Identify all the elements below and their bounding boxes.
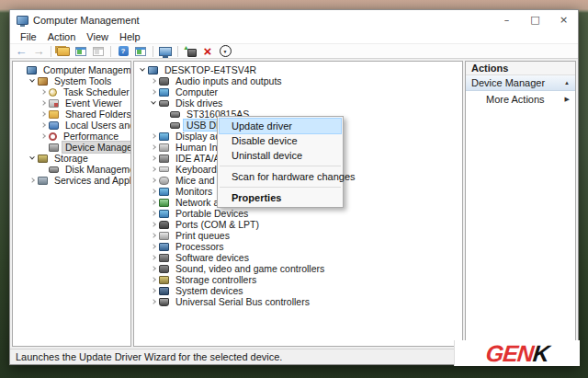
console-tree-item-system-tools[interactable]: System Tools xyxy=(13,75,130,86)
menu-file[interactable]: File xyxy=(15,31,42,42)
chevron-expanded-icon[interactable] xyxy=(29,77,35,83)
collapse-arrow-icon[interactable]: ▲ xyxy=(564,80,570,86)
tree-item-label: Print queues xyxy=(173,230,232,241)
tree-item-label: Sound, video and game controllers xyxy=(173,263,327,274)
forward-arrow-icon[interactable] xyxy=(31,45,46,58)
menu-item-uninstall-device[interactable]: Uninstall device xyxy=(220,148,341,163)
menu-item-update-driver[interactable]: Update driver xyxy=(220,119,341,133)
console-tree-item-local-users-and-groups[interactable]: Local Users and Groups xyxy=(13,120,130,131)
chevron-collapsed-icon[interactable] xyxy=(40,111,46,117)
device-tree-item-sound-video-and-game-controllers[interactable]: Sound, video and game controllers xyxy=(134,263,462,274)
minimize-button[interactable]: – xyxy=(492,10,521,29)
update-driver-icon[interactable] xyxy=(183,45,198,58)
device-tree-item-computer[interactable]: Computer xyxy=(134,86,462,97)
speaker-icon xyxy=(159,77,169,86)
chevron-collapsed-icon[interactable] xyxy=(29,178,35,183)
chevron-expanded-icon[interactable] xyxy=(140,66,145,72)
menu-item-properties[interactable]: Properties xyxy=(220,190,341,205)
device-tree-item-universal-serial-bus-controllers[interactable]: Universal Serial Bus controllers xyxy=(134,296,462,307)
menu-item-scan-for-hardware-changes[interactable]: Scan for hardware changes xyxy=(220,169,341,184)
chevron-collapsed-icon[interactable] xyxy=(151,211,156,216)
console-tree-item-computer-management-local[interactable]: Computer Management (Local) xyxy=(13,64,130,75)
system-icon xyxy=(159,287,169,295)
tree-item-label: Shared Folders xyxy=(62,109,131,120)
chevron-slot xyxy=(148,245,158,248)
console-tree-item-event-viewer[interactable]: Event Viewer xyxy=(13,97,130,109)
chevron-collapsed-icon[interactable] xyxy=(151,178,156,183)
close-button[interactable]: × xyxy=(549,10,578,29)
remote-computer-icon[interactable] xyxy=(158,45,173,58)
chevron-collapsed-icon[interactable] xyxy=(151,277,156,282)
event-icon xyxy=(49,99,59,108)
menu-action[interactable]: Action xyxy=(42,31,82,42)
chevron-collapsed-icon[interactable] xyxy=(151,89,156,95)
device-tree-item-system-devices[interactable]: System devices xyxy=(134,285,462,296)
chevron-collapsed-icon[interactable] xyxy=(151,288,156,293)
keyboard-icon xyxy=(159,166,169,172)
back-arrow-icon[interactable] xyxy=(14,45,28,58)
chevron-collapsed-icon[interactable] xyxy=(151,144,156,150)
help-icon[interactable] xyxy=(116,45,130,58)
device-tree-item-portable-devices[interactable]: Portable Devices xyxy=(134,208,462,219)
chevron-slot xyxy=(148,234,158,237)
export-folder-icon[interactable] xyxy=(56,45,71,58)
console-tree-item-storage[interactable]: Storage xyxy=(13,153,130,164)
device-tree-item-software-devices[interactable]: Software devices xyxy=(134,252,462,263)
chevron-collapsed-icon[interactable] xyxy=(151,244,156,249)
device-tree-item-print-queues[interactable]: Print queues xyxy=(134,230,462,241)
chevron-collapsed-icon[interactable] xyxy=(151,189,156,194)
console-tree-item-services-and-applications[interactable]: Services and Applications xyxy=(13,175,130,186)
console-tree-item-shared-folders[interactable]: Shared Folders xyxy=(13,109,130,120)
maximize-button[interactable]: □ xyxy=(521,10,549,29)
chevron-slot xyxy=(38,101,48,105)
device-tree-item-desktop-e4tsv4r[interactable]: DESKTOP-E4TSV4R xyxy=(134,64,462,75)
tree-item-label: Device Manager xyxy=(62,142,131,153)
chevron-expanded-icon[interactable] xyxy=(29,155,35,160)
chevron-slot xyxy=(148,145,158,149)
chevron-collapsed-icon[interactable] xyxy=(151,299,156,304)
menu-help[interactable]: Help xyxy=(114,31,146,42)
disable-device-icon[interactable] xyxy=(218,45,232,58)
chevron-collapsed-icon[interactable] xyxy=(40,122,46,128)
window-title: Computer Management xyxy=(33,15,140,26)
chevron-collapsed-icon[interactable] xyxy=(151,255,156,260)
chevron-collapsed-icon[interactable] xyxy=(40,89,46,95)
chevron-expanded-icon[interactable] xyxy=(151,99,156,105)
disk-icon xyxy=(159,100,169,107)
device-tree-item-ports-com-lpt[interactable]: Ports (COM & LPT) xyxy=(134,219,462,230)
chevron-collapsed-icon[interactable] xyxy=(40,133,46,139)
status-text: Launches the Update Driver Wizard for th… xyxy=(16,351,282,362)
menu-view[interactable]: View xyxy=(81,31,114,42)
toolbar xyxy=(10,43,578,59)
chevron-collapsed-icon[interactable] xyxy=(151,166,156,172)
actions-pane: Actions Device Manager ▲ More Actions ▶ xyxy=(465,61,576,347)
chevron-collapsed-icon[interactable] xyxy=(151,266,156,271)
app-icon xyxy=(17,16,28,25)
chevron-collapsed-icon[interactable] xyxy=(151,78,156,84)
chevron-collapsed-icon[interactable] xyxy=(151,233,156,238)
toolbar-separator xyxy=(51,46,51,57)
actions-group-device-manager[interactable]: Device Manager ▲ xyxy=(466,75,575,91)
chevron-collapsed-icon[interactable] xyxy=(151,155,156,161)
more-actions-item[interactable]: More Actions ▶ xyxy=(466,91,575,107)
console-window-2-icon[interactable] xyxy=(133,45,148,58)
console-tree-item-performance[interactable]: Performance xyxy=(13,131,130,142)
console-tree-item-task-scheduler[interactable]: Task Scheduler xyxy=(13,86,130,97)
chevron-slot xyxy=(148,167,158,171)
console-window-disabled-icon[interactable] xyxy=(91,45,106,58)
console-tree-item-device-manager[interactable]: Device Manager xyxy=(13,142,130,153)
device-tree-item-audio-inputs-and-outputs[interactable]: Audio inputs and outputs xyxy=(134,75,462,86)
device-tree-item-disk-drives[interactable]: Disk drives xyxy=(134,97,462,109)
chevron-collapsed-icon[interactable] xyxy=(151,200,156,205)
chevron-collapsed-icon[interactable] xyxy=(151,222,156,227)
device-tree-item-processors[interactable]: Processors xyxy=(134,241,462,252)
console-tree-item-disk-management[interactable]: Disk Management xyxy=(13,164,130,175)
menu-item-disable-device[interactable]: Disable device xyxy=(220,133,341,148)
tree-item-label: System devices xyxy=(173,285,246,296)
chevron-collapsed-icon[interactable] xyxy=(151,133,156,139)
window-controls: – □ × xyxy=(492,10,578,29)
chevron-collapsed-icon[interactable] xyxy=(40,100,46,106)
console-window-icon[interactable] xyxy=(74,45,88,58)
device-tree-item-storage-controllers[interactable]: Storage controllers xyxy=(134,274,462,285)
uninstall-device-icon[interactable] xyxy=(200,45,215,58)
